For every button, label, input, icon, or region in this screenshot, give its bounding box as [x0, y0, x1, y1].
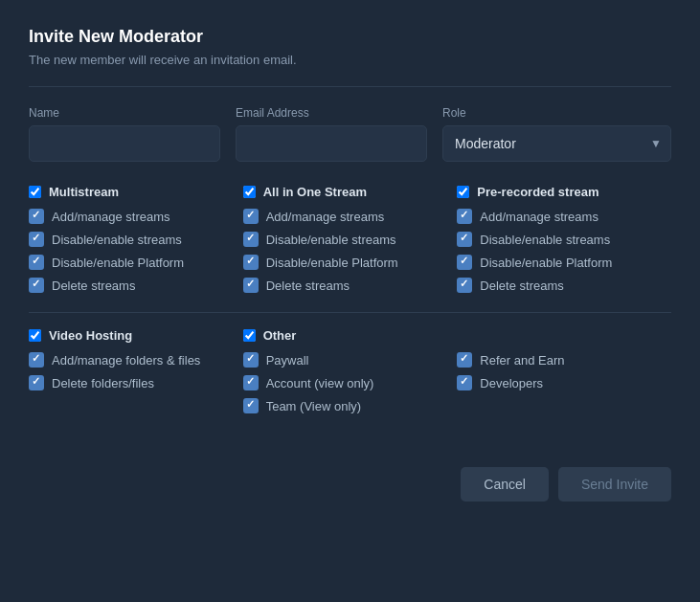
video-hosting-section: Video Hosting Add/manage folders & files…	[29, 328, 243, 429]
cancel-button[interactable]: Cancel	[461, 467, 549, 502]
email-label: Email Address	[236, 106, 427, 120]
other-header: Other	[243, 328, 458, 343]
permissions-grid-top: Multistream Add/manage streams Disable/e…	[29, 185, 671, 308]
name-label: Name	[29, 106, 220, 120]
name-group: Name	[29, 106, 220, 162]
modal-subtitle: The new member will receive an invitatio…	[29, 53, 671, 67]
list-item[interactable]: Add/manage streams	[457, 209, 671, 224]
send-invite-button[interactable]: Send Invite	[558, 467, 671, 502]
other-items: Paywall Account (view only) Team (View o…	[243, 352, 458, 413]
list-item[interactable]: Developers	[457, 375, 671, 390]
other-col3-section: Placeholder Refer and Earn Developers	[457, 328, 671, 429]
role-select-wrapper: Moderator Admin Viewer ▼	[442, 125, 671, 162]
list-item[interactable]: Refer and Earn	[457, 352, 671, 368]
permissions-divider	[29, 312, 671, 313]
role-group: Role Moderator Admin Viewer ▼	[442, 106, 671, 162]
modal-title: Invite New Moderator	[29, 27, 671, 47]
form-row: Name Email Address Role Moderator Admin …	[29, 106, 671, 162]
list-item[interactable]: Delete streams	[29, 278, 243, 293]
list-item[interactable]: Disable/enable Platform	[29, 255, 243, 270]
multistream-section: Multistream Add/manage streams Disable/e…	[29, 185, 243, 308]
video-hosting-checkbox[interactable]	[29, 329, 41, 342]
all-in-one-checkbox[interactable]	[243, 186, 256, 198]
invite-modal: Invite New Moderator The new member will…	[0, 0, 700, 602]
list-item[interactable]: Add/manage folders & files	[29, 352, 243, 368]
list-item[interactable]: Disable/enable streams	[243, 232, 458, 247]
multistream-header: Multistream	[29, 185, 243, 199]
list-item[interactable]: Account (view only)	[243, 375, 458, 390]
pre-recorded-items: Add/manage streams Disable/enable stream…	[457, 209, 671, 293]
email-input[interactable]	[236, 125, 427, 162]
video-hosting-header: Video Hosting	[29, 328, 243, 343]
all-in-one-section: All in One Stream Add/manage streams Dis…	[243, 185, 458, 308]
permissions-grid-bottom: Video Hosting Add/manage folders & files…	[29, 328, 671, 429]
email-group: Email Address	[236, 106, 427, 162]
list-item[interactable]: Add/manage streams	[243, 209, 458, 224]
footer-row: Cancel Send Invite	[29, 457, 671, 502]
role-select[interactable]: Moderator Admin Viewer	[442, 125, 671, 162]
list-item[interactable]: Paywall	[243, 352, 458, 368]
multistream-items: Add/manage streams Disable/enable stream…	[29, 209, 243, 293]
list-item[interactable]: Disable/enable Platform	[457, 255, 671, 270]
list-item[interactable]: Disable/enable streams	[457, 232, 671, 247]
other-col3-items: Refer and Earn Developers	[457, 352, 671, 390]
list-item[interactable]: Disable/enable streams	[29, 232, 243, 247]
pre-recorded-checkbox[interactable]	[457, 186, 469, 198]
header-divider	[29, 86, 671, 87]
list-item[interactable]: Add/manage streams	[29, 209, 243, 224]
list-item[interactable]: Delete folders/files	[29, 375, 243, 390]
all-in-one-items: Add/manage streams Disable/enable stream…	[243, 209, 458, 293]
other-section: Other Paywall Account (view only) Team (…	[243, 328, 458, 429]
role-label: Role	[442, 106, 671, 120]
list-item[interactable]: Disable/enable Platform	[243, 255, 458, 270]
other-checkbox[interactable]	[243, 329, 256, 342]
all-in-one-header: All in One Stream	[243, 185, 458, 199]
list-item[interactable]: Team (View only)	[243, 398, 458, 413]
pre-recorded-section: Pre-recorded stream Add/manage streams D…	[457, 185, 671, 308]
list-item[interactable]: Delete streams	[243, 278, 458, 293]
name-input[interactable]	[29, 125, 220, 162]
list-item[interactable]: Delete streams	[457, 278, 671, 293]
video-hosting-items: Add/manage folders & files Delete folder…	[29, 352, 243, 390]
multistream-checkbox[interactable]	[29, 186, 41, 198]
pre-recorded-header: Pre-recorded stream	[457, 185, 671, 199]
